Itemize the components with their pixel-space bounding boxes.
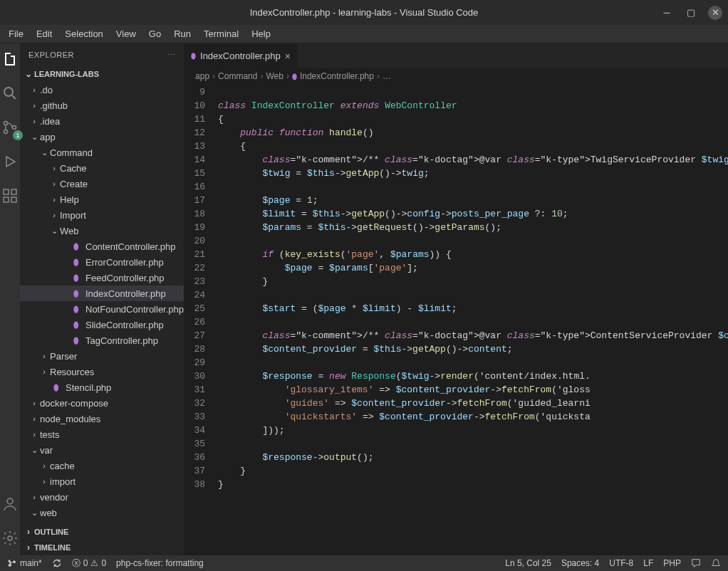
folder-vendor[interactable]: ›vendor [20, 489, 184, 505]
folder-app[interactable]: ⌄app [20, 129, 184, 145]
tree-item-label: node_modules [40, 414, 100, 424]
minimize-button[interactable]: ─ [660, 6, 674, 20]
debug-icon[interactable] [0, 152, 20, 172]
chevron-right-icon: › [28, 85, 40, 94]
timeline-label: TIMELINE [34, 543, 71, 552]
file-contentcontroller.php[interactable]: ⬮ContentController.php [20, 239, 184, 254]
folder-parser[interactable]: ›Parser [20, 348, 184, 364]
problems-indicator[interactable]: ⓧ0 ⚠0 [72, 557, 106, 570]
folder-.idea[interactable]: ›.idea [20, 113, 184, 129]
file-feedcontroller.php[interactable]: ⬮FeedController.php [20, 270, 184, 286]
file-tagcontroller.php[interactable]: ⬮TagController.php [20, 332, 184, 348]
folder-command[interactable]: ⌄Command [20, 145, 184, 160]
folder-create[interactable]: ›Create [20, 176, 184, 192]
chevron-right-icon: › [28, 414, 40, 423]
menu-selection[interactable]: Selection [59, 27, 108, 41]
maximize-button[interactable]: ▢ [684, 6, 698, 20]
folder-web[interactable]: ⌄Web [20, 223, 184, 239]
tab-close-icon[interactable]: × [285, 51, 291, 62]
eol[interactable]: LF [643, 558, 653, 568]
code-content[interactable]: class IndexController extends WebControl… [218, 84, 728, 555]
breadcrumbs[interactable]: app›Command›Web›⬮ IndexController.php›… [184, 68, 728, 84]
svg-point-3 [13, 126, 16, 130]
indentation[interactable]: Spaces: 4 [561, 558, 599, 568]
timeline-section[interactable]: › TIMELINE [20, 540, 184, 555]
folder-cache[interactable]: ›cache [20, 458, 184, 473]
close-button[interactable]: ✕ [708, 6, 722, 20]
account-icon[interactable] [0, 494, 20, 514]
tree-item-label: NotFoundController.php [85, 304, 184, 315]
tree-item-label: .github [40, 100, 68, 111]
breadcrumb-item[interactable]: IndexController.php [300, 71, 374, 81]
php-file-icon: ⬮ [70, 334, 83, 347]
settings-gear-icon[interactable] [0, 528, 20, 548]
line-gutter: 9101112131415161718192021222324252627282… [184, 84, 218, 555]
tab-label: IndexController.php [200, 51, 281, 61]
folder-.github[interactable]: ›.github [20, 98, 184, 113]
folder-import[interactable]: ›Import [20, 207, 184, 223]
breadcrumb-item[interactable]: Command [218, 71, 257, 81]
svg-point-2 [4, 130, 8, 134]
menu-help[interactable]: Help [246, 27, 276, 41]
tab-indexcontroller[interactable]: ⬮ IndexController.php × [184, 43, 298, 68]
folder-tests[interactable]: ›tests [20, 426, 184, 442]
folder-var[interactable]: ⌄var [20, 442, 184, 458]
workspace-header[interactable]: ⌄ LEARNING-LABS [20, 66, 184, 82]
explorer-icon[interactable] [0, 49, 20, 69]
svg-rect-4 [4, 189, 9, 194]
sidebar-more-icon[interactable]: ⋯ [167, 51, 176, 60]
menu-view[interactable]: View [110, 27, 142, 41]
encoding[interactable]: UTF-8 [609, 558, 633, 568]
chevron-right-icon: › [28, 399, 40, 407]
tree-item-label: Stencil.php [66, 382, 111, 393]
notifications-icon[interactable] [711, 558, 721, 568]
file-indexcontroller.php[interactable]: ⬮IndexController.php [20, 286, 184, 301]
folder-docker-compose[interactable]: ›docker-compose [20, 395, 184, 411]
chevron-right-icon: › [28, 101, 40, 110]
chevron-down-icon: ⌄ [28, 508, 40, 518]
sync-indicator[interactable] [52, 558, 62, 568]
php-file-icon: ⬮ [70, 271, 83, 284]
tree-item-label: app [40, 132, 56, 142]
window-title: IndexController.php - learning-labs - Vi… [250, 7, 479, 18]
folder-cache[interactable]: ›Cache [20, 160, 184, 176]
feedback-icon[interactable] [691, 558, 701, 568]
svg-point-9 [8, 536, 12, 540]
breadcrumb-item[interactable]: app [195, 71, 209, 81]
chevron-right-icon: › [48, 211, 60, 219]
breadcrumb-item[interactable]: … [383, 71, 391, 81]
folder-import[interactable]: ›import [20, 473, 184, 489]
file-errorcontroller.php[interactable]: ⬮ErrorController.php [20, 254, 184, 270]
menu-file[interactable]: File [3, 27, 29, 41]
formatter-status[interactable]: php-cs-fixer: formatting [116, 558, 204, 568]
svg-rect-5 [4, 197, 9, 202]
file-notfoundcontroller.php[interactable]: ⬮NotFoundController.php [20, 301, 184, 317]
folder-.do[interactable]: ›.do [20, 82, 184, 98]
folder-resources[interactable]: ›Resources [20, 364, 184, 379]
menu-go[interactable]: Go [143, 27, 167, 41]
outline-section[interactable]: › OUTLINE [20, 524, 184, 540]
branch-indicator[interactable]: main* [7, 558, 42, 568]
extensions-icon[interactable] [0, 186, 20, 206]
tree-item-label: SlideController.php [85, 320, 164, 330]
language-mode[interactable]: PHP [663, 558, 681, 568]
folder-node_modules[interactable]: ›node_modules [20, 411, 184, 426]
chevron-right-icon: › [23, 527, 34, 537]
file-slidecontroller.php[interactable]: ⬮SlideController.php [20, 317, 184, 332]
cursor-position[interactable]: Ln 5, Col 25 [505, 558, 551, 568]
statusbar: main* ⓧ0 ⚠0 php-cs-fixer: formatting Ln … [0, 555, 728, 571]
breadcrumb-item[interactable]: Web [266, 71, 283, 81]
search-icon[interactable] [0, 83, 20, 103]
php-file-icon: ⬮ [50, 381, 63, 394]
menu-run[interactable]: Run [168, 27, 197, 41]
svg-point-1 [4, 122, 8, 125]
source-control-icon[interactable]: 1 [0, 117, 20, 137]
chevron-down-icon: ⌄ [28, 132, 40, 142]
file-stencil.php[interactable]: ⬮Stencil.php [20, 379, 184, 395]
folder-help[interactable]: ›Help [20, 192, 184, 207]
menu-edit[interactable]: Edit [31, 27, 58, 41]
folder-web[interactable]: ⌄web [20, 505, 184, 520]
menu-terminal[interactable]: Terminal [198, 27, 244, 41]
php-file-icon: ⬮ [70, 303, 83, 315]
sidebar: EXPLORER ⋯ ⌄ LEARNING-LABS ›.do›.github›… [20, 43, 184, 555]
